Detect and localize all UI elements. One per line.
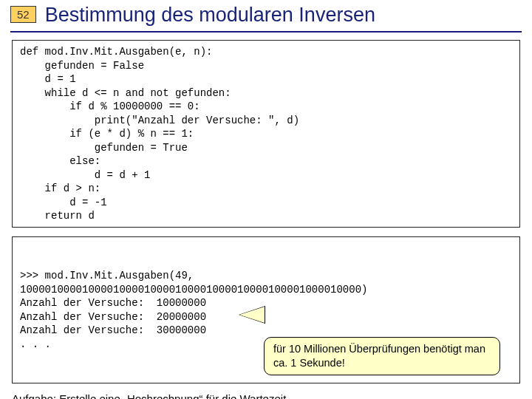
- page-number: 52: [10, 6, 36, 23]
- callout-arrow-icon: [239, 306, 265, 324]
- slide-header: 52 Bestimmung des modularen Inversen: [10, 3, 522, 33]
- callout-container: für 10 Millionen Überprüfungen benötigt …: [264, 296, 500, 399]
- page-title: Bestimmung des modularen Inversen: [45, 3, 375, 27]
- slide-container: 52 Bestimmung des modularen Inversen def…: [0, 0, 532, 399]
- callout-note: für 10 Millionen Überprüfungen benötigt …: [264, 337, 500, 375]
- code-block-definition: def mod.Inv.Mit.Ausgaben(e, n): gefunden…: [12, 40, 520, 228]
- code-block-output: >>> mod.Inv.Mit.Ausgaben(49, 10000100001…: [12, 236, 520, 383]
